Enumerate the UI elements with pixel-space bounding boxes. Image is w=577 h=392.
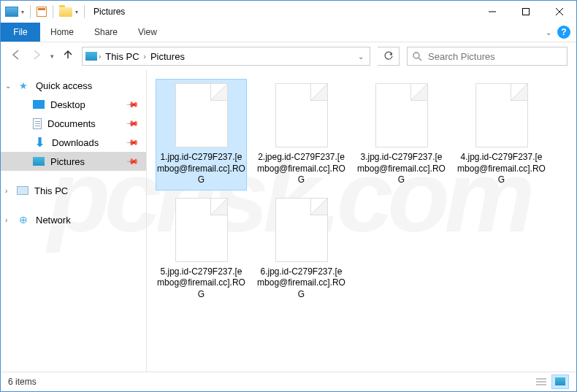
- minimize-button[interactable]: [475, 1, 509, 23]
- tab-home[interactable]: Home: [40, 23, 84, 42]
- sidebar-label: This PC: [34, 185, 68, 196]
- chevron-right-icon[interactable]: ›: [99, 53, 101, 61]
- file-item[interactable]: 1.jpg.id-C279F237.[embog@firemail.cc].RO…: [156, 79, 247, 191]
- file-name-label: 3.jpg.id-C279F237.[embog@firemail.cc].RO…: [357, 152, 446, 186]
- view-largeicons-button[interactable]: [551, 374, 569, 389]
- desktop-icon: [33, 100, 45, 109]
- file-name-label: 6.jpg.id-C279F237.[embog@firemail.cc].RO…: [257, 266, 345, 301]
- titlebar: ▾ ▾ Pictures: [1, 1, 576, 23]
- doc-icon: [33, 118, 42, 129]
- qat-newfolder-icon[interactable]: [59, 7, 72, 17]
- file-item[interactable]: 4.jpg.id-C279F237.[embog@firemail.cc].RO…: [456, 79, 547, 191]
- sidebar-item-label: Documents: [47, 118, 96, 129]
- qat-chevron-down-icon[interactable]: ▾: [75, 9, 78, 15]
- file-item[interactable]: 5.jpg.id-C279F237.[embog@firemail.cc].RO…: [156, 193, 247, 305]
- sidebar-item-documents[interactable]: Documents📌: [1, 114, 146, 133]
- breadcrumb-location-icon: [85, 52, 97, 61]
- file-blank-icon: [275, 83, 328, 147]
- svg-point-4: [413, 53, 419, 58]
- breadcrumb-this-pc[interactable]: This PC: [102, 51, 142, 62]
- nav-back-button[interactable]: [9, 48, 23, 64]
- status-bar: 6 items: [1, 372, 576, 391]
- tab-share[interactable]: Share: [84, 23, 128, 42]
- sidebar-item-label: Desktop: [50, 99, 85, 110]
- file-blank-icon: [175, 198, 228, 262]
- tab-view[interactable]: View: [128, 23, 167, 42]
- thumbnails-icon: [555, 377, 565, 385]
- search-box[interactable]: [407, 47, 568, 66]
- search-icon: [412, 51, 422, 61]
- ribbon-expand-icon[interactable]: ⌄: [546, 28, 551, 36]
- nav-up-button[interactable]: [61, 48, 74, 64]
- file-item[interactable]: 2.jpeg.id-C279F237.[embog@firemail.cc].R…: [256, 79, 347, 191]
- qat-dropdown-icon[interactable]: ▾: [21, 9, 24, 15]
- breadcrumb-dropdown-icon[interactable]: ⌄: [358, 53, 367, 61]
- pin-icon: 📌: [125, 116, 139, 130]
- sidebar-label: Network: [36, 215, 71, 226]
- chevron-right-icon[interactable]: ›: [144, 53, 146, 61]
- file-blank-icon: [275, 198, 328, 262]
- sidebar-item-label: Pictures: [50, 156, 85, 167]
- sidebar-item-downloads[interactable]: ⬇Downloads📌: [1, 133, 146, 152]
- pin-icon: 📌: [125, 97, 139, 111]
- breadcrumb-pictures[interactable]: Pictures: [148, 51, 188, 62]
- file-name-label: 1.jpg.id-C279F237.[embog@firemail.cc].RO…: [157, 152, 245, 186]
- svg-line-5: [419, 58, 421, 61]
- window-title: Pictures: [91, 7, 125, 17]
- file-item[interactable]: 6.jpg.id-C279F237.[embog@firemail.cc].RO…: [256, 193, 347, 305]
- file-grid[interactable]: 1.jpg.id-C279F237.[embog@firemail.cc].RO…: [147, 70, 576, 372]
- chevron-right-icon[interactable]: ›: [5, 187, 7, 195]
- network-icon: ⊕: [17, 214, 30, 226]
- sidebar-item-label: Downloads: [52, 137, 99, 148]
- chevron-right-icon[interactable]: ›: [5, 216, 7, 224]
- refresh-button[interactable]: [378, 47, 400, 66]
- file-name-label: 4.jpg.id-C279F237.[embog@firemail.cc].RO…: [457, 152, 546, 186]
- chevron-down-icon[interactable]: ⌄: [5, 82, 11, 90]
- down-icon: ⬇: [33, 137, 46, 148]
- pics-icon: [33, 157, 45, 166]
- sidebar-this-pc[interactable]: › This PC: [1, 181, 146, 200]
- maximize-button[interactable]: [509, 1, 543, 23]
- star-icon: ★: [17, 80, 30, 91]
- explorer-app-icon: [5, 7, 18, 17]
- close-button[interactable]: [543, 1, 576, 23]
- file-item[interactable]: 3.jpg.id-C279F237.[embog@firemail.cc].RO…: [356, 79, 447, 191]
- file-blank-icon: [175, 83, 228, 147]
- file-tab[interactable]: File: [1, 23, 40, 42]
- address-bar: ▾ › This PC › Pictures ⌄: [1, 42, 576, 70]
- pin-icon: 📌: [125, 135, 139, 149]
- sidebar-item-desktop[interactable]: Desktop📌: [1, 95, 146, 114]
- ribbon-tabs: File Home Share View ⌄ ?: [1, 23, 576, 42]
- view-details-button[interactable]: [532, 374, 550, 389]
- sidebar-label: Quick access: [36, 80, 92, 91]
- sidebar-item-pictures[interactable]: Pictures📌: [1, 152, 146, 171]
- qat-properties-icon[interactable]: [37, 7, 47, 17]
- file-blank-icon: [375, 83, 428, 147]
- pc-icon: [17, 186, 28, 195]
- file-name-label: 5.jpg.id-C279F237.[embog@firemail.cc].RO…: [157, 266, 245, 301]
- sidebar-quick-access[interactable]: ⌄ ★ Quick access: [1, 76, 146, 95]
- file-name-label: 2.jpeg.id-C279F237.[embog@firemail.cc].R…: [257, 152, 345, 186]
- sidebar-network[interactable]: › ⊕ Network: [1, 210, 146, 229]
- search-input[interactable]: [428, 51, 562, 62]
- file-blank-icon: [475, 83, 528, 147]
- svg-rect-1: [523, 9, 530, 15]
- nav-history-dropdown[interactable]: ▾: [50, 53, 54, 60]
- breadcrumb[interactable]: › This PC › Pictures ⌄: [82, 47, 370, 66]
- help-icon[interactable]: ?: [557, 26, 570, 39]
- item-count-label: 6 items: [8, 377, 37, 387]
- pin-icon: 📌: [125, 154, 139, 168]
- nav-forward-button[interactable]: [30, 48, 43, 64]
- navigation-sidebar: ⌄ ★ Quick access Desktop📌Documents📌⬇Down…: [1, 70, 147, 372]
